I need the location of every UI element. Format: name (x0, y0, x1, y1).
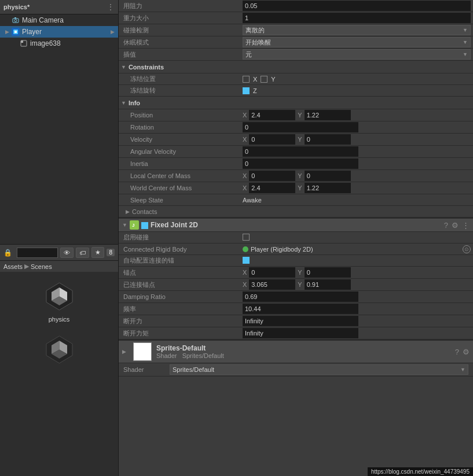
value-angular-velocity (243, 146, 471, 157)
fixed-joint-checkbox[interactable] (141, 221, 148, 229)
hierarchy-tree: Main Camera ▶ Player ▶ image6 (0, 14, 118, 49)
label-connected-rb: Connected Rigid Body (121, 246, 243, 253)
input-yong-zu-li[interactable] (243, 1, 471, 11)
row-rotation: Rotation (119, 121, 473, 134)
tree-item-player[interactable]: ▶ Player ▶ (0, 26, 118, 38)
info-header[interactable]: ▼ Info (119, 97, 473, 109)
input-rotation[interactable] (243, 122, 358, 132)
help-button[interactable]: ? (444, 221, 448, 230)
label-dong-jie-wei-zhi: 冻结位置 (121, 75, 243, 83)
value-rotation (243, 122, 471, 132)
toolbar-row: 🔒 👁 🏷 ★ 8 (0, 244, 118, 260)
hierarchy-title: physics* (3, 3, 30, 10)
input-mao-dian-x[interactable] (249, 267, 295, 278)
component-collapse-arrow[interactable]: ▼ (122, 222, 127, 228)
checkbox-x[interactable] (243, 76, 250, 83)
checkbox-qi-yong-peng-zhuang[interactable] (243, 234, 250, 241)
svg-text:J: J (132, 223, 134, 228)
label-world-com: World Center of Mass (121, 185, 243, 191)
tree-item-image638[interactable]: image638 (0, 38, 118, 49)
input-mao-dian-y[interactable] (305, 267, 351, 278)
row-dong-jie-xuan-zhuan: 冻结旋转 Z (119, 85, 473, 97)
row-mao-dian: 锚点 X Y (119, 267, 473, 279)
search-input[interactable] (17, 248, 58, 258)
lock-icon: 🔒 (3, 249, 12, 257)
tree-item-main-camera[interactable]: Main Camera (0, 14, 118, 26)
material-help-button[interactable]: ? (455, 348, 459, 356)
camera-icon (12, 16, 20, 24)
input-position-y[interactable] (305, 110, 351, 120)
value-velocity: X Y (243, 134, 471, 145)
material-info: Sprites-Default Shader Sprites/Default (156, 344, 450, 359)
input-world-com-x[interactable] (249, 183, 295, 193)
row-duan-kai-li-ju: 断开力矩 (119, 327, 473, 340)
star-button[interactable]: ★ (91, 247, 104, 258)
value-sleep-state: Awake (243, 197, 471, 204)
row-world-com: World Center of Mass X Y (119, 182, 473, 194)
sleep-state-text: Awake (243, 197, 262, 204)
checkbox-x-label: X (253, 76, 257, 83)
dropdown-peng-zhuang[interactable]: 离散的 ▼ (243, 25, 471, 35)
dropdown-xiu-mian-value: 开始唤醒 (245, 38, 271, 47)
rb-select-button[interactable]: ⊙ (463, 245, 471, 253)
label-contacts: Contacts (130, 208, 157, 215)
asset-icon-physics (42, 279, 76, 313)
input-position-x[interactable] (249, 110, 295, 120)
input-velocity-x[interactable] (249, 134, 295, 145)
value-duan-kai-li-ju (243, 328, 471, 338)
dropdown-cha-zhi[interactable]: 元 ▼ (243, 49, 471, 60)
label-duan-kai-li: 断开力 (121, 317, 243, 326)
hierarchy-menu-button[interactable]: ⋮ (107, 2, 115, 12)
row-contacts[interactable]: ▶ Contacts (119, 206, 473, 217)
shader-dropdown[interactable]: Sprites/Default ▼ (170, 364, 468, 375)
material-collapse-area: ▶ (122, 349, 126, 355)
value-inertia (243, 158, 471, 169)
more-options-button[interactable]: ⋮ (462, 221, 470, 230)
label-mao-dian: 锚点 (121, 268, 243, 277)
input-duan-kai-li-ju[interactable] (243, 328, 358, 338)
input-zhong-li[interactable] (243, 13, 471, 23)
material-preview (133, 342, 152, 361)
settings-sliders-button[interactable]: ⚙ (452, 221, 459, 230)
input-yi-mao-dian-x[interactable] (249, 279, 295, 290)
input-world-com-y[interactable] (305, 183, 351, 193)
dropdown-xiu-mian[interactable]: 开始唤醒 ▼ (243, 37, 471, 47)
checkboxes-dong-jie-wei-zhi: X Y (243, 76, 471, 83)
input-damping-ratio[interactable] (243, 291, 358, 302)
eye-button[interactable]: 👁 (60, 248, 74, 258)
info-title: Info (129, 99, 140, 106)
input-local-com-y[interactable] (305, 171, 351, 181)
input-velocity-y[interactable] (305, 134, 351, 145)
yi-mao-dian-x-label: X (243, 281, 247, 288)
velocity-y-label: Y (298, 136, 302, 143)
value-pin-lv (243, 304, 471, 314)
tag-button[interactable]: 🏷 (76, 248, 89, 258)
input-yi-mao-dian-y[interactable] (305, 279, 351, 290)
label-peng-zhuang: 碰撞检测 (121, 26, 243, 35)
label-yi-lian-jie-mao-dian: 已连接锚点 (121, 281, 243, 289)
input-duan-kai-li[interactable] (243, 316, 358, 326)
row-zi-pei-zhi: 自动配置连接的锚 (119, 255, 473, 267)
row-cha-zhi: 插值 元 ▼ (119, 49, 473, 61)
checkbox-z[interactable] (243, 87, 250, 94)
value-local-com: X Y (243, 171, 471, 181)
material-settings-button[interactable]: ⚙ (463, 348, 470, 356)
constraints-header[interactable]: ▼ Constraints (119, 61, 473, 73)
input-inertia[interactable] (243, 158, 358, 169)
material-collapse-arrow[interactable]: ▶ (122, 349, 126, 355)
breadcrumb-scenes[interactable]: Scenes (31, 263, 52, 270)
checkbox-y[interactable] (261, 76, 267, 83)
row-angular-velocity: Angular Velocity (119, 146, 473, 158)
row-peng-zhuang: 碰撞检测 离散的 ▼ (119, 24, 473, 36)
breadcrumb-assets[interactable]: Assets (3, 263, 23, 270)
asset-item-physics[interactable]: physics (39, 276, 79, 325)
value-world-com: X Y (243, 183, 471, 193)
asset-item-physics2[interactable] (39, 330, 79, 371)
checkbox-zi-pei-zhi[interactable] (243, 257, 250, 264)
input-pin-lv[interactable] (243, 304, 358, 314)
input-angular-velocity[interactable] (243, 146, 358, 157)
dropdown-arrow-1: ▼ (463, 27, 468, 33)
row-position: Position X Y (119, 109, 473, 121)
input-local-com-x[interactable] (249, 171, 295, 181)
value-yong-zu-li (243, 1, 471, 11)
